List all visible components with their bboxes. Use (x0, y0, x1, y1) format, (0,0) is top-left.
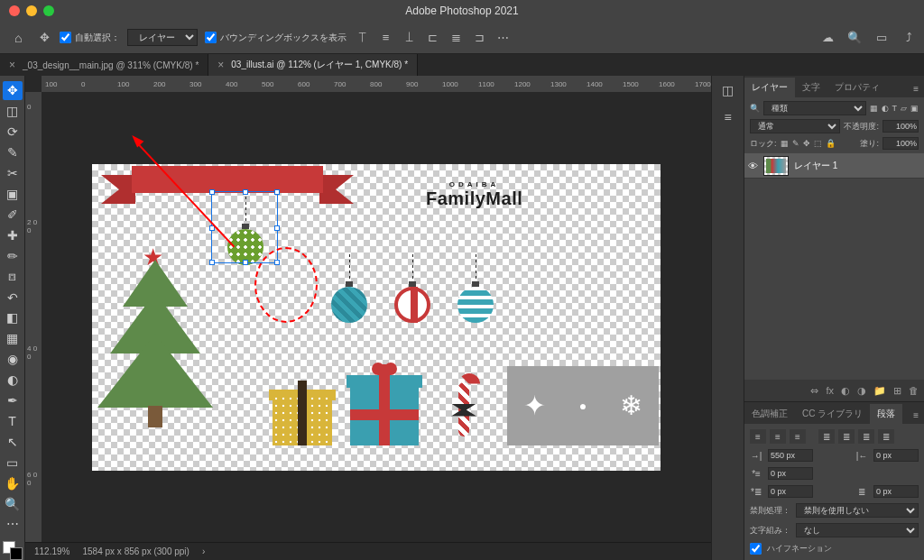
horizontal-ruler[interactable]: 100 0 100 200 300 400 500 600 700 800 90… (42, 76, 711, 92)
indent-first-input[interactable] (768, 467, 813, 480)
fill-input[interactable] (882, 137, 919, 150)
adjustment-layer-icon[interactable]: ◑ (857, 385, 866, 397)
path-select-tool[interactable]: ↖ (3, 432, 23, 451)
hand-tool[interactable]: ✋ (3, 473, 23, 492)
tab-cclibraries[interactable]: CC ライブラリ (795, 404, 870, 424)
opacity-input[interactable] (882, 120, 919, 133)
layer-mask-icon[interactable]: ◐ (841, 385, 850, 397)
align-top-icon[interactable]: ⟙ (354, 30, 370, 46)
eyedropper-tool[interactable]: ✐ (3, 205, 23, 224)
filter-smart-icon[interactable]: ▣ (910, 104, 919, 113)
quick-select-tool[interactable]: ✎ (3, 143, 23, 162)
search-icon[interactable]: 🔍 (846, 30, 863, 46)
dock-icon-1[interactable]: ◫ (722, 83, 734, 97)
hyphenation-checkbox[interactable]: ハイフネーション (750, 543, 919, 555)
tab-properties[interactable]: プロパティ (827, 78, 887, 97)
align-left-icon[interactable]: ⊏ (424, 30, 440, 46)
edit-toolbar[interactable]: ⋯ (3, 515, 23, 534)
eraser-tool[interactable]: ◧ (3, 308, 23, 327)
dodge-tool[interactable]: ◐ (3, 371, 23, 390)
space-after-input[interactable] (873, 485, 919, 498)
layer-filter-dropdown[interactable]: 種類 (763, 101, 866, 115)
delete-layer-icon[interactable]: 🗑 (909, 385, 919, 396)
status-chevron-icon[interactable]: › (202, 546, 205, 556)
align-right-icon[interactable]: ≡ (790, 429, 806, 444)
brush-tool[interactable]: ✏ (3, 246, 23, 265)
artboard[interactable]: ODAIBA FamilyMall ★ (92, 164, 661, 471)
close-icon[interactable]: × (9, 59, 15, 71)
move-tool[interactable]: ✥ (3, 81, 23, 100)
stamp-tool[interactable]: ⧈ (3, 267, 23, 286)
blur-tool[interactable]: ◉ (3, 350, 23, 369)
workspace-icon[interactable]: ▭ (873, 30, 890, 46)
pen-tool[interactable]: ✒ (3, 391, 23, 410)
frame-tool[interactable]: ▣ (3, 185, 23, 204)
tab-adjustments[interactable]: 色調補正 (744, 404, 795, 424)
filter-shape-icon[interactable]: ▱ (901, 104, 907, 113)
window-minimize-button[interactable] (26, 5, 37, 16)
filter-adjust-icon[interactable]: ◐ (882, 104, 889, 113)
lock-position-icon[interactable]: ✥ (803, 139, 810, 148)
mojikumi-dropdown[interactable]: なし (796, 523, 919, 537)
justify-all-icon[interactable]: ≣ (878, 429, 894, 444)
tab-character[interactable]: 文字 (795, 78, 827, 97)
align-center-icon[interactable]: ≡ (770, 429, 786, 444)
window-maximize-button[interactable] (43, 5, 54, 16)
zoom-tool[interactable]: 🔍 (3, 494, 23, 513)
new-group-icon[interactable]: 📁 (873, 385, 886, 397)
lock-artboard-icon[interactable]: ⬚ (814, 139, 822, 148)
healing-tool[interactable]: ✚ (3, 225, 23, 244)
kinsoku-dropdown[interactable]: 禁則を使用しない (796, 503, 919, 518)
layer-name[interactable]: レイヤー 1 (794, 160, 837, 172)
lock-transparency-icon[interactable]: ▦ (781, 139, 789, 148)
align-hcenter-icon[interactable]: ≣ (448, 30, 464, 46)
justify-right-icon[interactable]: ≣ (858, 429, 874, 444)
background-color[interactable] (10, 547, 23, 560)
link-layers-icon[interactable]: ⇔ (810, 385, 818, 397)
indent-right-input[interactable] (873, 449, 919, 462)
color-swatches[interactable] (3, 541, 23, 560)
align-vcenter-icon[interactable]: ≡ (377, 30, 393, 46)
lock-all-icon[interactable]: 🔒 (826, 139, 836, 148)
home-icon[interactable]: ⌂ (7, 27, 29, 49)
canvas-viewport[interactable]: ODAIBA FamilyMall ★ (42, 92, 711, 542)
align-left-icon[interactable]: ≡ (750, 429, 766, 444)
close-icon[interactable]: × (217, 59, 224, 71)
dock-icon-2[interactable]: ≡ (724, 110, 731, 124)
gradient-tool[interactable]: ▦ (3, 329, 23, 348)
marquee-tool[interactable]: ◫ (3, 102, 23, 121)
vertical-ruler[interactable]: 0 2 0 0 4 0 0 6 0 0 (25, 92, 42, 542)
indent-left-input[interactable] (768, 449, 813, 462)
document-tab-1[interactable]: × _03_design__main.jpg @ 311% (CMYK/8) * (0, 54, 208, 76)
shape-tool[interactable]: ▭ (3, 453, 23, 472)
share-icon[interactable]: ⤴ (901, 30, 917, 46)
zoom-level[interactable]: 112.19% (34, 546, 69, 556)
type-tool[interactable]: T (3, 412, 23, 431)
justify-left-icon[interactable]: ≣ (818, 429, 835, 444)
align-bottom-icon[interactable]: ⟘ (401, 30, 417, 46)
bounding-box-checkbox[interactable]: バウンディングボックスを表示 (205, 32, 346, 44)
layer-row[interactable]: 👁 レイヤー 1 (744, 153, 924, 179)
panel-menu-icon[interactable]: ≡ (908, 407, 924, 424)
selection-bounding-box[interactable] (211, 191, 278, 263)
tab-layers[interactable]: レイヤー (744, 78, 795, 97)
justify-center-icon[interactable]: ≣ (838, 429, 855, 444)
blend-mode-dropdown[interactable]: 通常 (750, 119, 840, 133)
panel-menu-icon[interactable]: ≡ (908, 80, 924, 97)
crop-tool[interactable]: ✂ (3, 164, 23, 183)
window-close-button[interactable] (9, 5, 20, 16)
distribute-icon[interactable]: ⋯ (494, 30, 511, 46)
auto-select-dropdown[interactable]: レイヤー (127, 29, 198, 46)
auto-select-checkbox[interactable]: 自動選択： (60, 32, 120, 44)
document-tab-2[interactable]: × 03_illust.ai @ 112% (レイヤー 1, CMYK/8) * (208, 54, 418, 76)
tab-paragraph[interactable]: 段落 (870, 404, 902, 424)
filter-pixel-icon[interactable]: ▦ (870, 104, 878, 113)
lock-paint-icon[interactable]: ✎ (792, 139, 799, 148)
space-before-input[interactable] (768, 485, 813, 498)
search-icon[interactable]: 🔍 (750, 104, 760, 113)
layer-thumbnail[interactable] (763, 156, 789, 176)
layer-fx-icon[interactable]: fx (826, 385, 834, 396)
history-brush-tool[interactable]: ↶ (3, 288, 23, 307)
align-right-icon[interactable]: ⊐ (471, 30, 487, 46)
filter-type-icon[interactable]: T (892, 104, 898, 113)
